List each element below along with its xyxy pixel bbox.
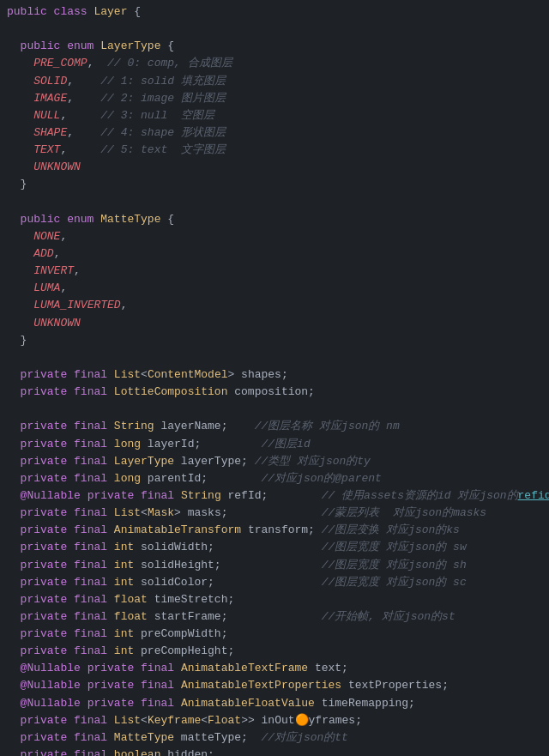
code-editor: public class Layer { public enum LayerTy…: [0, 0, 549, 756]
code-line-23: private final LottieComposition composit…: [0, 384, 549, 401]
code-line-13: public enum MatteType {: [0, 211, 549, 228]
code-line-16: INVERT,: [0, 263, 549, 280]
code-line-5: SOLID, // 1: solid 填充图层: [0, 73, 549, 90]
code-line-26: private final long layerId; //图层id: [0, 436, 549, 453]
code-line-12: [0, 194, 549, 211]
code-line-39: @Nullable private final AnimatableTextFr…: [0, 660, 549, 677]
code-line-33: private final int solidHeight; //图层宽度 对应…: [0, 557, 549, 574]
code-line-40: @Nullable private final AnimatableTextPr…: [0, 677, 549, 694]
code-line-3: public enum LayerType {: [0, 38, 549, 55]
code-line-34: private final int solidColor; //图层宽度 对应j…: [0, 574, 549, 591]
code-line-30: private final List<Mask> masks; //蒙层列表 对…: [0, 505, 549, 522]
code-line-27: private final LayerType layerType; //类型 …: [0, 453, 549, 470]
code-line-38: private final int preCompHeight;: [0, 643, 549, 660]
code-line-9: TEXT, // 5: text 文字图层: [0, 142, 549, 159]
keyword-public: public: [7, 3, 54, 21]
code-line-43: private final MatteType matteType; //对应j…: [0, 729, 549, 747]
code-line-15: ADD,: [0, 245, 549, 263]
code-line-18: LUMA_INVERTED,: [0, 297, 549, 314]
code-line-42: private final List<Keyframe<Float>> inOu…: [0, 712, 549, 729]
code-line-7: NULL, // 3: null 空图层: [0, 107, 549, 124]
code-line-36: private final float startFrame; //开始帧, 对…: [0, 608, 549, 626]
code-line-29: @Nullable private final String refId; //…: [0, 487, 549, 505]
code-line-35: private final float timeStretch;: [0, 591, 549, 608]
code-line-21: [0, 349, 549, 366]
code-line-10: UNKNOWN: [0, 159, 549, 176]
code-line-19: UNKNOWN: [0, 315, 549, 332]
code-line-20: }: [0, 332, 549, 349]
code-line-6: IMAGE, // 2: image 图片图层: [0, 90, 549, 107]
code-line-24: [0, 401, 549, 418]
code-line-31: private final AnimatableTransform transf…: [0, 522, 549, 539]
code-line-11: }: [0, 176, 549, 193]
code-line-41: @Nullable private final AnimatableFloatV…: [0, 695, 549, 712]
code-line-28: private final long parentId; //对应json的@p…: [0, 470, 549, 487]
code-line-37: private final int preCompWidth;: [0, 626, 549, 643]
code-line-2: [0, 21, 549, 38]
class-name: Layer: [94, 3, 134, 21]
code-line-17: LUMA,: [0, 280, 549, 297]
code-line-44: private final boolean hidden;: [0, 747, 549, 756]
code-line-25: private final String layerName; //图层名称 对…: [0, 418, 549, 435]
code-line-4: PRE_COMP, // 0: comp, 合成图层: [0, 55, 549, 72]
code-line-22: private final List<ContentModel> shapes;: [0, 366, 549, 384]
code-line-8: SHAPE, // 4: shape 形状图层: [0, 124, 549, 142]
code-line-32: private final int solidWidth; //图层宽度 对应j…: [0, 539, 549, 556]
keyword-class: class: [54, 3, 94, 21]
code-line-14: NONE,: [0, 228, 549, 245]
code-line-1: public class Layer {: [0, 3, 549, 21]
